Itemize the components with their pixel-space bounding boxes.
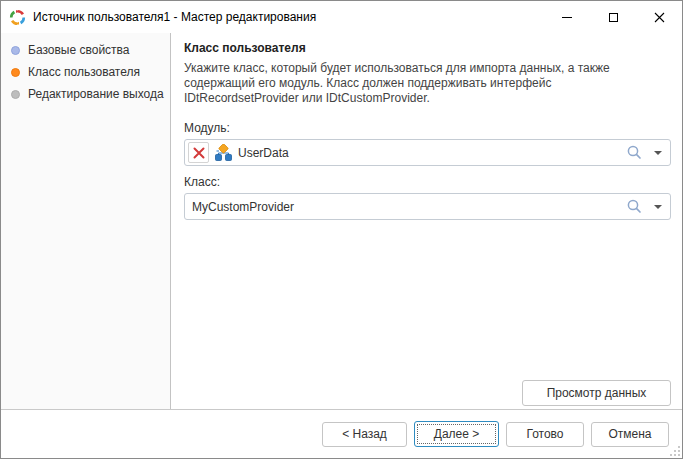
search-icon[interactable] bbox=[626, 198, 643, 215]
titlebar: Источник пользователя1 - Мастер редактир… bbox=[1, 1, 682, 33]
module-field-controls bbox=[626, 144, 662, 161]
step-pending-dot-icon bbox=[11, 90, 20, 99]
class-field-controls bbox=[626, 198, 662, 215]
page-title: Класс пользователя bbox=[184, 41, 671, 55]
footer-bar: < Назад Далее > Готово Отмена bbox=[1, 409, 682, 458]
maximize-icon bbox=[609, 13, 618, 22]
close-icon bbox=[654, 12, 665, 23]
window-title: Источник пользователя1 - Мастер редактир… bbox=[33, 10, 316, 24]
search-icon[interactable] bbox=[626, 144, 643, 161]
page-description: Укажите класс, который будет использоват… bbox=[184, 61, 671, 106]
page-content: Класс пользователя Укажите класс, которы… bbox=[171, 33, 682, 409]
clear-module-button[interactable] bbox=[188, 142, 209, 163]
step-current-dot-icon bbox=[11, 68, 20, 77]
step-basic-properties[interactable]: Базовые свойства bbox=[1, 39, 170, 61]
caption-buttons bbox=[544, 1, 682, 33]
clear-x-icon bbox=[193, 147, 205, 159]
step-done-dot-icon bbox=[11, 46, 20, 55]
class-field[interactable]: MyCustomProvider bbox=[184, 193, 671, 220]
resize-grip-icon[interactable] bbox=[670, 446, 680, 456]
wizard-window: Источник пользователя1 - Мастер редактир… bbox=[0, 0, 683, 459]
class-field-value: MyCustomProvider bbox=[192, 200, 294, 214]
module-icon bbox=[215, 144, 232, 161]
wizard-steps-sidebar: Базовые свойства Класс пользователя Реда… bbox=[1, 33, 171, 409]
class-dropdown-arrow-icon[interactable] bbox=[654, 205, 662, 209]
minimize-icon bbox=[562, 17, 572, 18]
module-field-value: UserData bbox=[238, 146, 289, 160]
step-label: Класс пользователя bbox=[28, 65, 140, 79]
minimize-button[interactable] bbox=[544, 1, 590, 33]
finish-button[interactable]: Готово bbox=[506, 422, 584, 447]
module-field[interactable]: UserData bbox=[184, 139, 671, 166]
main-area: Базовые свойства Класс пользователя Реда… bbox=[1, 33, 682, 409]
back-button[interactable]: < Назад bbox=[322, 422, 407, 447]
module-field-label: Модуль: bbox=[184, 121, 671, 135]
cancel-button[interactable]: Отмена bbox=[591, 422, 669, 447]
close-button[interactable] bbox=[636, 1, 682, 33]
app-icon bbox=[9, 9, 26, 26]
module-dropdown-arrow-icon[interactable] bbox=[654, 151, 662, 155]
step-label: Базовые свойства bbox=[28, 43, 130, 57]
next-button[interactable]: Далее > bbox=[414, 421, 499, 447]
step-output-editing[interactable]: Редактирование выхода bbox=[1, 83, 170, 105]
maximize-button[interactable] bbox=[590, 1, 636, 33]
preview-data-button[interactable]: Просмотр данных bbox=[522, 380, 671, 406]
step-user-class[interactable]: Класс пользователя bbox=[1, 61, 170, 83]
step-label: Редактирование выхода bbox=[28, 87, 164, 101]
class-field-label: Класс: bbox=[184, 175, 671, 189]
